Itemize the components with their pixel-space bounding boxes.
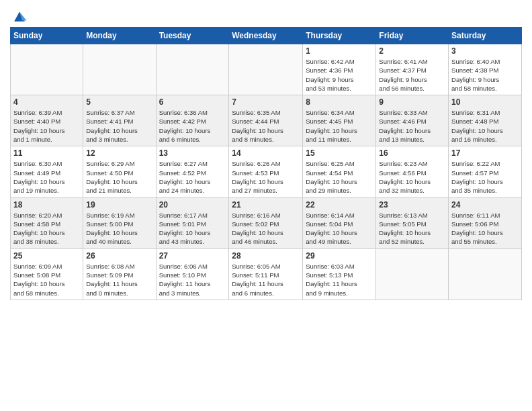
day-number: 2: [379, 46, 445, 56]
day-info: Sunrise: 6:41 AM Sunset: 4:37 PM Dayligh…: [379, 57, 445, 93]
day-number: 28: [232, 251, 300, 261]
calendar-table: SundayMondayTuesdayWednesdayThursdayFrid…: [10, 27, 522, 300]
day-info: Sunrise: 6:40 AM Sunset: 4:38 PM Dayligh…: [451, 57, 519, 93]
calendar-cell: 23Sunrise: 6:13 AM Sunset: 5:05 PM Dayli…: [376, 197, 449, 248]
calendar-cell: 16Sunrise: 6:23 AM Sunset: 4:56 PM Dayli…: [376, 146, 449, 197]
day-number: 5: [86, 97, 152, 107]
day-info: Sunrise: 6:26 AM Sunset: 4:53 PM Dayligh…: [232, 159, 300, 195]
day-info: Sunrise: 6:14 AM Sunset: 5:04 PM Dayligh…: [306, 211, 373, 246]
calendar-cell: 17Sunrise: 6:22 AM Sunset: 4:57 PM Dayli…: [449, 146, 522, 197]
calendar-header-tuesday: Tuesday: [156, 28, 229, 44]
day-number: 22: [306, 200, 373, 210]
day-info: Sunrise: 6:03 AM Sunset: 5:13 PM Dayligh…: [306, 262, 373, 298]
day-number: 16: [379, 148, 445, 158]
day-number: 23: [379, 200, 445, 210]
day-info: Sunrise: 6:20 AM Sunset: 4:58 PM Dayligh…: [13, 211, 80, 246]
day-info: Sunrise: 6:06 AM Sunset: 5:10 PM Dayligh…: [159, 262, 226, 298]
calendar-cell: 1Sunrise: 6:42 AM Sunset: 4:36 PM Daylig…: [303, 44, 376, 95]
day-number: 3: [451, 46, 519, 56]
calendar-cell: 14Sunrise: 6:26 AM Sunset: 4:53 PM Dayli…: [229, 146, 303, 197]
calendar-header-row: SundayMondayTuesdayWednesdayThursdayFrid…: [11, 28, 522, 44]
day-info: Sunrise: 6:34 AM Sunset: 4:45 PM Dayligh…: [306, 108, 373, 144]
calendar-cell: 29Sunrise: 6:03 AM Sunset: 5:13 PM Dayli…: [303, 248, 376, 300]
logo-icon: [11, 9, 28, 23]
day-info: Sunrise: 6:25 AM Sunset: 4:54 PM Dayligh…: [306, 159, 373, 195]
calendar-header-saturday: Saturday: [449, 28, 522, 44]
calendar-week-row: 1Sunrise: 6:42 AM Sunset: 4:36 PM Daylig…: [11, 44, 522, 95]
day-number: 8: [306, 97, 373, 107]
calendar-cell: [156, 44, 229, 95]
calendar-cell: 19Sunrise: 6:19 AM Sunset: 5:00 PM Dayli…: [83, 197, 156, 248]
calendar-header-sunday: Sunday: [11, 28, 83, 44]
day-info: Sunrise: 6:17 AM Sunset: 5:01 PM Dayligh…: [159, 211, 226, 246]
calendar-week-row: 18Sunrise: 6:20 AM Sunset: 4:58 PM Dayli…: [11, 197, 522, 248]
calendar-cell: 10Sunrise: 6:31 AM Sunset: 4:48 PM Dayli…: [449, 95, 522, 146]
calendar-cell: 5Sunrise: 6:37 AM Sunset: 4:41 PM Daylig…: [83, 95, 156, 146]
calendar-cell: 3Sunrise: 6:40 AM Sunset: 4:38 PM Daylig…: [449, 44, 522, 95]
day-number: 18: [13, 200, 80, 210]
calendar-header-wednesday: Wednesday: [229, 28, 303, 44]
calendar-cell: 27Sunrise: 6:06 AM Sunset: 5:10 PM Dayli…: [156, 248, 229, 300]
calendar-cell: [229, 44, 303, 95]
calendar-cell: 8Sunrise: 6:34 AM Sunset: 4:45 PM Daylig…: [303, 95, 376, 146]
calendar-cell: 7Sunrise: 6:35 AM Sunset: 4:44 PM Daylig…: [229, 95, 303, 146]
day-info: Sunrise: 6:37 AM Sunset: 4:41 PM Dayligh…: [86, 108, 152, 144]
day-number: 21: [232, 200, 300, 210]
day-number: 10: [451, 97, 519, 107]
calendar-week-row: 4Sunrise: 6:39 AM Sunset: 4:40 PM Daylig…: [11, 95, 522, 146]
calendar-cell: 21Sunrise: 6:16 AM Sunset: 5:02 PM Dayli…: [229, 197, 303, 248]
calendar-cell: 25Sunrise: 6:09 AM Sunset: 5:08 PM Dayli…: [11, 248, 83, 300]
day-info: Sunrise: 6:16 AM Sunset: 5:02 PM Dayligh…: [232, 211, 300, 246]
calendar-cell: 24Sunrise: 6:11 AM Sunset: 5:06 PM Dayli…: [449, 197, 522, 248]
calendar-cell: 20Sunrise: 6:17 AM Sunset: 5:01 PM Dayli…: [156, 197, 229, 248]
calendar-cell: 4Sunrise: 6:39 AM Sunset: 4:40 PM Daylig…: [11, 95, 83, 146]
day-number: 26: [86, 251, 152, 261]
day-info: Sunrise: 6:13 AM Sunset: 5:05 PM Dayligh…: [379, 211, 445, 246]
day-info: Sunrise: 6:33 AM Sunset: 4:46 PM Dayligh…: [379, 108, 445, 144]
main-container: SundayMondayTuesdayWednesdayThursdayFrid…: [0, 0, 532, 307]
day-number: 20: [159, 200, 226, 210]
calendar-cell: 6Sunrise: 6:36 AM Sunset: 4:42 PM Daylig…: [156, 95, 229, 146]
day-number: 17: [451, 148, 519, 158]
day-info: Sunrise: 6:11 AM Sunset: 5:06 PM Dayligh…: [451, 211, 519, 246]
day-info: Sunrise: 6:05 AM Sunset: 5:11 PM Dayligh…: [232, 262, 300, 298]
day-info: Sunrise: 6:19 AM Sunset: 5:00 PM Dayligh…: [86, 211, 152, 246]
day-info: Sunrise: 6:22 AM Sunset: 4:57 PM Dayligh…: [451, 159, 519, 195]
calendar-cell: 26Sunrise: 6:08 AM Sunset: 5:09 PM Dayli…: [83, 248, 156, 300]
calendar-cell: [376, 248, 449, 300]
calendar-cell: 11Sunrise: 6:30 AM Sunset: 4:49 PM Dayli…: [11, 146, 83, 197]
calendar-cell: 9Sunrise: 6:33 AM Sunset: 4:46 PM Daylig…: [376, 95, 449, 146]
calendar-week-row: 11Sunrise: 6:30 AM Sunset: 4:49 PM Dayli…: [11, 146, 522, 197]
day-number: 14: [232, 148, 300, 158]
day-number: 29: [306, 251, 373, 261]
calendar-week-row: 25Sunrise: 6:09 AM Sunset: 5:08 PM Dayli…: [11, 248, 522, 300]
day-info: Sunrise: 6:39 AM Sunset: 4:40 PM Dayligh…: [13, 108, 80, 144]
calendar-cell: 28Sunrise: 6:05 AM Sunset: 5:11 PM Dayli…: [229, 248, 303, 300]
day-number: 15: [306, 148, 373, 158]
day-number: 6: [159, 97, 226, 107]
day-info: Sunrise: 6:31 AM Sunset: 4:48 PM Dayligh…: [451, 108, 519, 144]
day-number: 12: [86, 148, 152, 158]
day-number: 24: [451, 200, 519, 210]
calendar-cell: 2Sunrise: 6:41 AM Sunset: 4:37 PM Daylig…: [376, 44, 449, 95]
calendar-cell: [449, 248, 522, 300]
calendar-cell: 22Sunrise: 6:14 AM Sunset: 5:04 PM Dayli…: [303, 197, 376, 248]
day-number: 7: [232, 97, 300, 107]
calendar-cell: 18Sunrise: 6:20 AM Sunset: 4:58 PM Dayli…: [11, 197, 83, 248]
day-number: 9: [379, 97, 445, 107]
day-info: Sunrise: 6:36 AM Sunset: 4:42 PM Dayligh…: [159, 108, 226, 144]
calendar-header-thursday: Thursday: [303, 28, 376, 44]
calendar-header-friday: Friday: [376, 28, 449, 44]
day-info: Sunrise: 6:09 AM Sunset: 5:08 PM Dayligh…: [13, 262, 80, 298]
logo: [10, 9, 28, 23]
day-info: Sunrise: 6:23 AM Sunset: 4:56 PM Dayligh…: [379, 159, 445, 195]
day-number: 13: [159, 148, 226, 158]
day-info: Sunrise: 6:42 AM Sunset: 4:36 PM Dayligh…: [306, 57, 373, 93]
day-info: Sunrise: 6:27 AM Sunset: 4:52 PM Dayligh…: [159, 159, 226, 195]
calendar-header-monday: Monday: [83, 28, 156, 44]
calendar-cell: 15Sunrise: 6:25 AM Sunset: 4:54 PM Dayli…: [303, 146, 376, 197]
day-number: 19: [86, 200, 152, 210]
day-number: 27: [159, 251, 226, 261]
calendar-cell: 13Sunrise: 6:27 AM Sunset: 4:52 PM Dayli…: [156, 146, 229, 197]
day-number: 11: [13, 148, 80, 158]
